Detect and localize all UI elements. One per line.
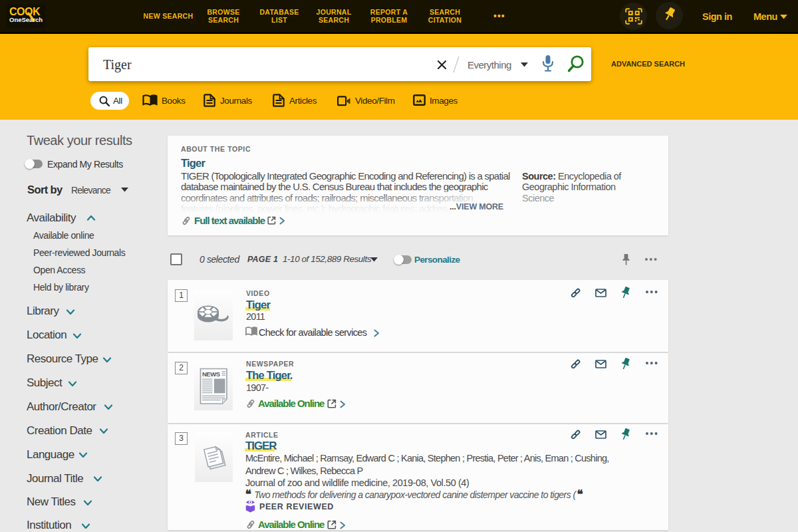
svg-text:NEWS: NEWS xyxy=(202,370,220,378)
